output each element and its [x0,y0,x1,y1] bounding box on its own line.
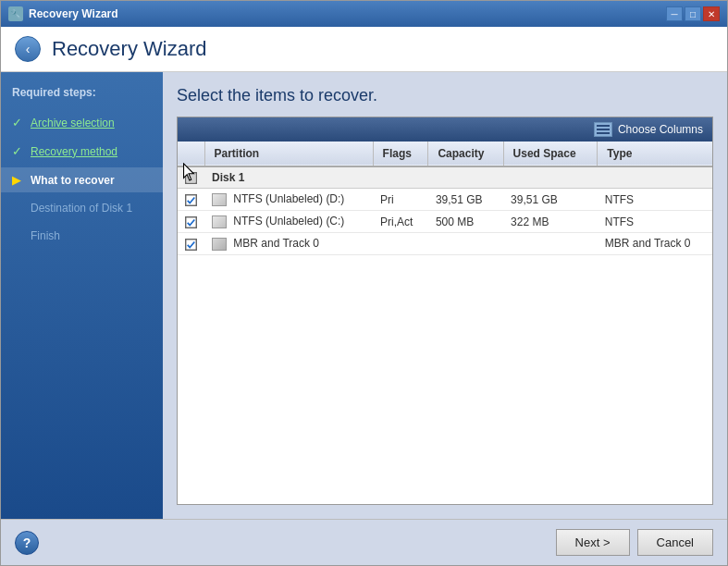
arrow-icon-active: ▶ [12,173,25,187]
table-container: Choose Columns Partition Flags Capacity … [177,117,713,505]
sidebar-label-what-to-recover: What to recover [31,174,115,187]
col-flags-header: Flags [373,142,428,166]
partition-name-1: NTFS (Unlabeled) (C:) [204,211,373,233]
partition-capacity-1: 500 MB [428,211,503,233]
partitions-table: Partition Flags Capacity Used Space Type [178,142,712,255]
sidebar-section-title: Required steps: [1,86,163,106]
cancel-button[interactable]: Cancel [637,529,713,556]
col-type-header: Type [598,142,712,166]
disk-row-1: Disk 1 [178,166,712,189]
svg-rect-4 [186,240,196,250]
disk-checkbox-cell[interactable] [178,166,204,189]
partition-capacity-2 [428,232,503,254]
partition-checkbox-0[interactable] [185,194,197,206]
svg-rect-1 [187,174,195,182]
footer-right: Next > Cancel [556,529,713,556]
table-header-row: Partition Flags Capacity Used Space Type [178,142,712,166]
partition-name-2: MBR and Track 0 [204,232,373,254]
partition-flags-0: Pri [373,189,428,211]
partition-type-1: NTFS [598,211,712,233]
table-scroll[interactable]: Partition Flags Capacity Used Space Type [178,142,712,504]
partition-usedspace-2 [503,232,598,254]
footer-left: ? [15,531,39,555]
sidebar: Required steps: ✓ Archive selection ✓ Re… [1,72,163,519]
sidebar-label-recovery: Recovery method [31,145,117,158]
partition-type-0: NTFS [598,189,712,211]
partition-icon-1 [212,215,227,228]
next-button[interactable]: Next > [556,529,630,556]
partition-checkbox-1[interactable] [185,216,197,228]
partition-type-2: MBR and Track 0 [598,232,712,254]
partition-capacity-0: 39,51 GB [428,189,503,211]
partition-flags-2 [373,232,428,254]
back-button[interactable]: ‹ [15,36,41,62]
title-bar-icon: 🔧 [8,6,23,21]
col-capacity-header: Capacity [428,142,503,166]
title-bar-controls: ─ □ ✕ [666,6,720,21]
partition-usedspace-0: 39,51 GB [503,189,598,211]
col-checkbox [178,142,204,166]
title-bar: 🔧 Recovery Wizard ─ □ ✕ [1,1,727,27]
maximize-button[interactable]: □ [685,6,701,21]
sidebar-item-archive-selection[interactable]: ✓ Archive selection [1,110,163,135]
check-icon-archive: ✓ [12,116,25,129]
partition-checkbox-cell-1[interactable] [178,211,204,233]
content-title: Select the items to recover. [177,86,713,105]
col-partition-header: Partition [204,142,373,166]
table-row: NTFS (Unlabeled) (D:) Pri 39,51 GB 39,51… [178,189,712,211]
footer: ? Next > Cancel [1,519,727,565]
table-toolbar: Choose Columns [178,117,712,142]
partition-checkbox-2[interactable] [185,239,197,251]
sidebar-label-destination: Destination of Disk 1 [31,202,132,215]
table-row: MBR and Track 0 MBR and Track 0 [178,232,712,254]
columns-icon [594,122,612,137]
sidebar-item-finish[interactable]: Finish [1,224,163,248]
sidebar-item-what-to-recover[interactable]: ▶ What to recover [1,167,163,192]
disk-checkbox[interactable] [185,172,197,184]
content-area: Select the items to recover. Choose Colu… [163,72,727,519]
close-button[interactable]: ✕ [703,6,720,21]
choose-columns-label: Choose Columns [618,123,703,136]
table-row: NTFS (Unlabeled) (C:) Pri,Act 500 MB 322… [178,211,712,233]
sidebar-item-recovery-method[interactable]: ✓ Recovery method [1,139,163,164]
minimize-button[interactable]: ─ [666,6,683,21]
check-icon-recovery: ✓ [12,144,25,158]
main-content: Required steps: ✓ Archive selection ✓ Re… [1,72,727,519]
partition-icon-0 [212,193,227,206]
partition-checkbox-cell-2[interactable] [178,232,204,254]
partition-name-0: NTFS (Unlabeled) (D:) [204,189,373,211]
main-window: 🔧 Recovery Wizard ─ □ ✕ ‹ Recovery Wizar… [0,0,728,566]
sidebar-label-archive: Archive selection [31,117,115,129]
choose-columns-button[interactable]: Choose Columns [594,122,703,137]
partition-icon-2 [212,238,227,251]
title-bar-text: Recovery Wizard [29,7,666,20]
svg-rect-3 [186,217,196,228]
sidebar-item-destination[interactable]: Destination of Disk 1 [1,196,163,220]
disk-label: Disk 1 [204,166,712,189]
col-usedspace-header: Used Space [503,142,598,166]
svg-rect-2 [186,195,196,205]
help-button[interactable]: ? [15,531,39,555]
partition-checkbox-cell-0[interactable] [178,189,204,211]
header-area: ‹ Recovery Wizard [1,27,727,72]
page-title: Recovery Wizard [52,37,206,61]
sidebar-label-finish: Finish [31,229,60,242]
partition-flags-1: Pri,Act [373,211,428,233]
partition-usedspace-1: 322 MB [503,211,598,233]
